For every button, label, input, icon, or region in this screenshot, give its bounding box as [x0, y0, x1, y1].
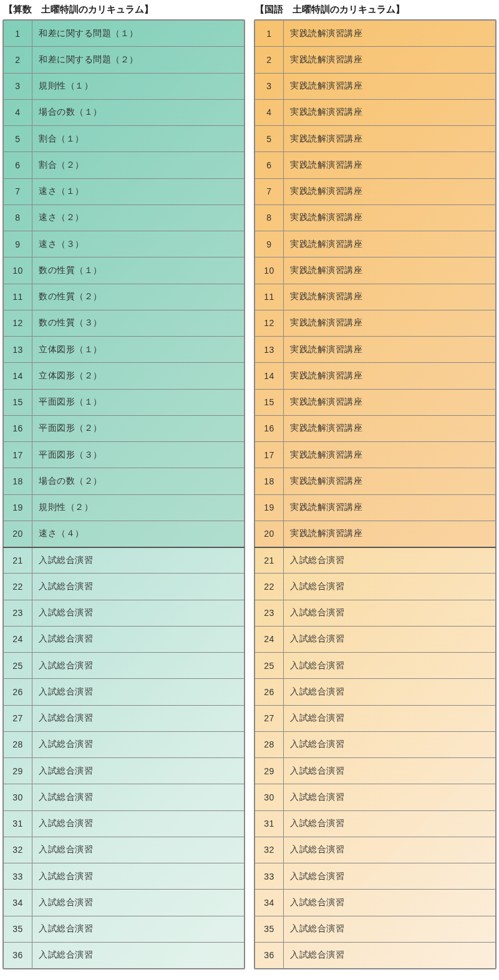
- row-topic: 速さ（１）: [32, 178, 245, 204]
- row-number: 2: [255, 47, 284, 73]
- row-number: 34: [255, 890, 284, 916]
- row-number: 15: [4, 389, 32, 415]
- row-topic: 実践読解演習講座: [284, 21, 496, 47]
- table-row: 23入試総合演習: [255, 600, 496, 626]
- row-topic: 実践読解演習講座: [284, 204, 496, 231]
- row-number: 36: [255, 942, 284, 968]
- row-topic: 実践読解演習講座: [284, 99, 496, 125]
- row-topic: 数の性質（３）: [32, 310, 245, 336]
- row-topic: 実践読解演習講座: [284, 310, 496, 336]
- table-row: 19規則性（２）: [4, 494, 245, 521]
- row-number: 23: [4, 600, 32, 626]
- row-topic: 実践読解演習講座: [284, 231, 496, 257]
- table-row: 19実践読解演習講座: [255, 494, 496, 521]
- row-number: 28: [255, 731, 284, 757]
- row-number: 7: [4, 178, 32, 204]
- row-topic: 実践読解演習講座: [284, 126, 496, 152]
- table-row: 14実践読解演習講座: [255, 363, 496, 389]
- table-row: 25入試総合演習: [255, 653, 496, 679]
- table-row: 12実践読解演習講座: [255, 310, 496, 336]
- table-row: 10数の性質（１）: [4, 257, 245, 284]
- row-number: 23: [255, 600, 284, 626]
- row-topic: 規則性（２）: [32, 494, 245, 521]
- row-number: 9: [255, 231, 284, 257]
- jap-column: 【国語 土曜特訓のカリキュラム】1実践読解演習講座2実践読解演習講座3実践読解演…: [254, 1, 497, 969]
- table-row: 24入試総合演習: [255, 626, 496, 652]
- row-topic: 実践読解演習講座: [284, 389, 496, 415]
- table-row: 30入試総合演習: [4, 784, 245, 810]
- row-number: 16: [255, 415, 284, 441]
- table-row: 36入試総合演習: [4, 942, 245, 968]
- row-topic: 立体図形（２）: [32, 363, 245, 389]
- table-row: 14立体図形（２）: [4, 363, 245, 389]
- row-number: 21: [4, 547, 32, 574]
- row-topic: 入試総合演習: [32, 837, 245, 863]
- table-row: 15実践読解演習講座: [255, 389, 496, 415]
- row-number: 8: [4, 204, 32, 231]
- row-number: 30: [4, 784, 32, 810]
- table-row: 22入試総合演習: [255, 574, 496, 600]
- row-topic: 入試総合演習: [284, 547, 496, 574]
- row-number: 30: [255, 784, 284, 810]
- row-topic: 平面図形（２）: [32, 415, 245, 441]
- row-number: 3: [255, 73, 284, 99]
- row-number: 35: [255, 916, 284, 942]
- row-number: 27: [4, 705, 32, 731]
- table-row: 26入試総合演習: [255, 679, 496, 705]
- row-number: 11: [4, 284, 32, 310]
- row-number: 12: [4, 310, 32, 336]
- row-topic: 入試総合演習: [32, 916, 245, 942]
- row-topic: 入試総合演習: [284, 863, 496, 890]
- row-number: 17: [255, 442, 284, 468]
- row-topic: 数の性質（１）: [32, 257, 245, 284]
- table-row: 32入試総合演習: [4, 837, 245, 863]
- row-number: 29: [4, 758, 32, 784]
- row-number: 24: [4, 626, 32, 652]
- table-row: 15平面図形（１）: [4, 389, 245, 415]
- table-row: 1実践読解演習講座: [255, 21, 496, 47]
- row-topic: 入試総合演習: [32, 810, 245, 837]
- row-topic: 入試総合演習: [284, 679, 496, 705]
- row-number: 6: [4, 152, 32, 178]
- table-row: 29入試総合演習: [4, 758, 245, 784]
- row-topic: 実践読解演習講座: [284, 257, 496, 284]
- row-number: 3: [4, 73, 32, 99]
- row-number: 5: [4, 126, 32, 152]
- table-row: 34入試総合演習: [4, 890, 245, 916]
- row-topic: 実践読解演習講座: [284, 284, 496, 310]
- row-number: 14: [4, 363, 32, 389]
- row-topic: 入試総合演習: [32, 863, 245, 890]
- table-row: 27入試総合演習: [4, 705, 245, 731]
- row-number: 14: [255, 363, 284, 389]
- row-number: 36: [4, 942, 32, 968]
- row-number: 11: [255, 284, 284, 310]
- table-row: 24入試総合演習: [4, 626, 245, 652]
- row-number: 6: [255, 152, 284, 178]
- row-topic: 入試総合演習: [284, 626, 496, 652]
- row-number: 4: [255, 99, 284, 125]
- curriculum-table: 1和差に関する問題（１）2和差に関する問題（２）3規則性（１）4場合の数（１）5…: [3, 20, 245, 969]
- row-number: 2: [4, 47, 32, 73]
- table-row: 8速さ（２）: [4, 204, 245, 231]
- table-row: 21入試総合演習: [255, 547, 496, 574]
- curriculum-card: 1和差に関する問題（１）2和差に関する問題（２）3規則性（１）4場合の数（１）5…: [2, 19, 245, 969]
- table-row: 28入試総合演習: [255, 731, 496, 757]
- row-topic: 規則性（１）: [32, 73, 245, 99]
- row-topic: 場合の数（１）: [32, 99, 245, 125]
- row-topic: 入試総合演習: [284, 758, 496, 784]
- table-row: 31入試総合演習: [255, 810, 496, 837]
- row-topic: 実践読解演習講座: [284, 152, 496, 178]
- row-number: 19: [255, 494, 284, 521]
- row-topic: 和差に関する問題（２）: [32, 47, 245, 73]
- row-topic: 割合（２）: [32, 152, 245, 178]
- row-number: 13: [255, 337, 284, 363]
- table-row: 20実践読解演習講座: [255, 521, 496, 547]
- row-topic: 入試総合演習: [284, 810, 496, 837]
- row-topic: 入試総合演習: [284, 784, 496, 810]
- curriculum-card: 1実践読解演習講座2実践読解演習講座3実践読解演習講座4実践読解演習講座5実践読…: [254, 19, 497, 969]
- row-number: 10: [255, 257, 284, 284]
- row-number: 20: [4, 521, 32, 547]
- row-topic: 実践読解演習講座: [284, 337, 496, 363]
- table-row: 6割合（２）: [4, 152, 245, 178]
- row-topic: 実践読解演習講座: [284, 47, 496, 73]
